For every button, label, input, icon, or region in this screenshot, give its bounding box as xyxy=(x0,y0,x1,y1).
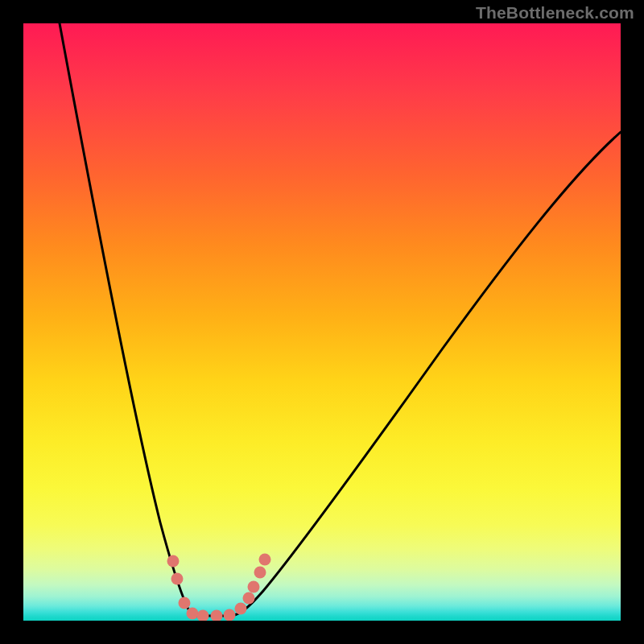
marker-dot xyxy=(224,609,236,621)
marker-dot xyxy=(254,567,266,579)
marker-dot xyxy=(167,555,180,568)
marker-dot xyxy=(187,608,199,620)
marker-dot xyxy=(259,554,271,566)
marker-dot xyxy=(197,610,209,621)
curve-right xyxy=(231,132,621,616)
chart-frame: TheBottleneck.com xyxy=(0,0,644,644)
marker-dot xyxy=(211,610,223,621)
marker-dot xyxy=(171,573,184,585)
curve-left xyxy=(60,23,197,616)
chart-plot-area xyxy=(23,23,621,621)
watermark-text: TheBottleneck.com xyxy=(476,3,634,23)
marker-dot xyxy=(235,603,247,615)
marker-cluster xyxy=(167,554,271,621)
marker-dot xyxy=(248,581,260,593)
marker-dot xyxy=(243,592,255,605)
chart-svg xyxy=(23,23,621,621)
marker-dot xyxy=(179,597,191,609)
